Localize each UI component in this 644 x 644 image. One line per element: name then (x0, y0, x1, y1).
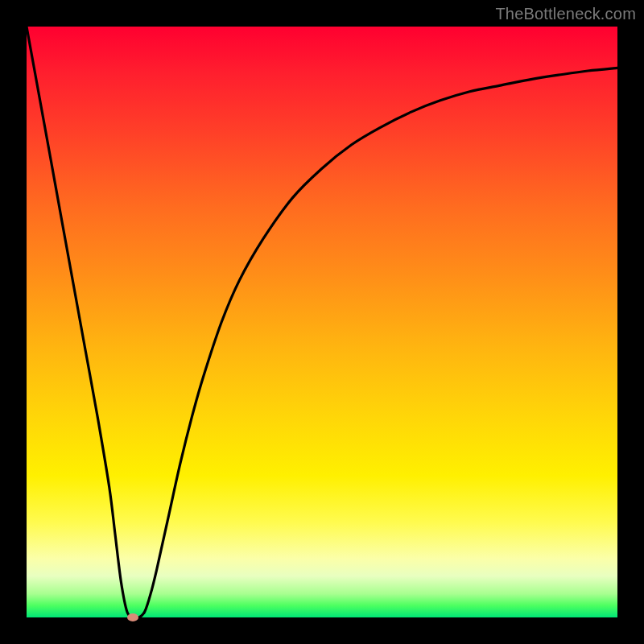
optimum-marker (127, 613, 138, 621)
curve-path (27, 27, 617, 618)
watermark-text: TheBottleneck.com (495, 5, 636, 23)
plot-area (27, 27, 617, 617)
bottleneck-curve (27, 27, 617, 617)
chart-frame: TheBottleneck.com (0, 0, 644, 644)
